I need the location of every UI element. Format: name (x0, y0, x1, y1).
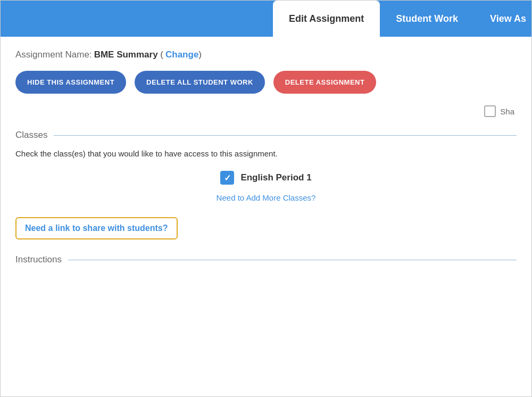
classes-section-header: Classes (15, 130, 517, 140)
share-students-link[interactable]: Need a link to share with students? (25, 224, 168, 233)
tab-view-as-label: View As (490, 13, 526, 24)
hide-assignment-button[interactable]: HIDE THIS ASSIGNMENT (15, 71, 126, 94)
share-label: Sha (500, 107, 514, 116)
tab-bar: Edit Assignment Student Work View As (1, 1, 531, 37)
tab-student-work-label: Student Work (396, 13, 458, 24)
add-classes-link[interactable]: Need to Add More Classes? (217, 193, 316, 202)
assignment-name-paren-open: ( (158, 49, 163, 60)
instructions-section-line (68, 260, 517, 260)
tab-student-work[interactable]: Student Work (380, 1, 474, 37)
add-classes-row: Need to Add More Classes? (15, 193, 517, 202)
assignment-name-row: Assignment Name: BME Summary ( Change ) (15, 49, 517, 60)
tab-edit-assignment-label: Edit Assignment (289, 13, 364, 24)
tab-view-as[interactable]: View As (474, 1, 531, 37)
instructions-section-header: Instructions (15, 254, 517, 265)
instructions-section-title: Instructions (15, 254, 62, 265)
share-checkbox[interactable] (484, 105, 496, 117)
assignment-name-label: Assignment Name: (15, 49, 92, 60)
assignment-name-value: BME Summary (94, 49, 158, 60)
delete-assignment-button[interactable]: DELETE ASSIGNMENT (273, 71, 377, 94)
main-content: Assignment Name: BME Summary ( Change ) … (1, 37, 531, 396)
share-row: Sha (15, 105, 517, 117)
classes-description: Check the class(es) that you would like … (15, 149, 517, 158)
tab-edit-assignment[interactable]: Edit Assignment (273, 1, 380, 37)
share-students-box[interactable]: Need a link to share with students? (15, 217, 178, 239)
class-checkbox-row: ✓ English Period 1 (15, 171, 517, 185)
english-period-1-label: English Period 1 (240, 172, 311, 183)
classes-section-title: Classes (15, 130, 47, 140)
action-buttons-row: HIDE THIS ASSIGNMENT DELETE ALL STUDENT … (15, 71, 517, 94)
delete-student-work-button[interactable]: DELETE ALL STUDENT WORK (135, 71, 265, 94)
change-link[interactable]: Change (165, 49, 198, 60)
classes-section-line (54, 135, 517, 136)
english-period-1-checkbox[interactable]: ✓ (220, 171, 234, 185)
assignment-name-paren-close: ) (198, 49, 202, 60)
